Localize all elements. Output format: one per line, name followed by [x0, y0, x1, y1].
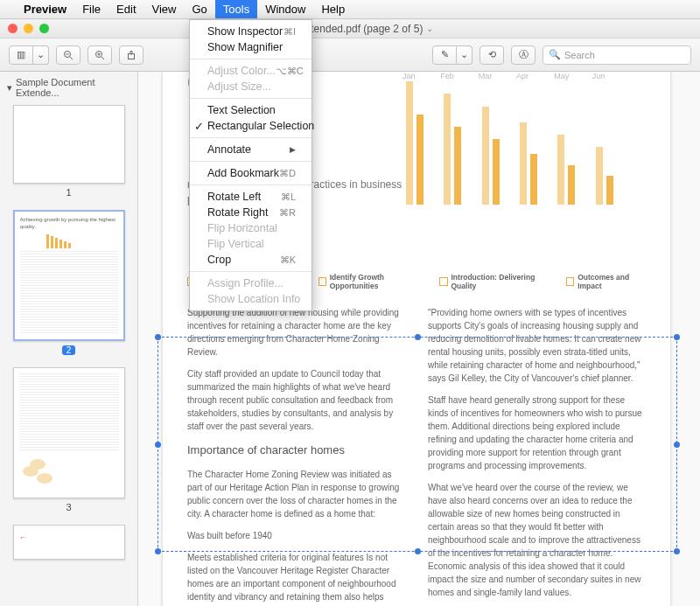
- menu-show-inspector[interactable]: Show Inspector⌘I: [190, 24, 312, 39]
- view-mode-button[interactable]: ▥: [9, 45, 33, 65]
- search-field[interactable]: 🔍 Search: [542, 45, 691, 65]
- app-menu[interactable]: Preview: [16, 0, 74, 18]
- menu-edit[interactable]: Edit: [108, 0, 144, 18]
- close-window-button[interactable]: [8, 24, 18, 33]
- menu-add-bookmark[interactable]: Add Bookmark⌘D: [190, 165, 312, 181]
- highlight-button[interactable]: ✎: [432, 45, 457, 65]
- menu-adjust-color: Adjust Color...⌥⌘C: [190, 63, 312, 79]
- zoom-out-button[interactable]: [56, 45, 80, 65]
- tag-item: Outcomes and Impact: [566, 273, 646, 290]
- sidebar-doc-title[interactable]: ▾ Sample Document Extende...: [7, 77, 130, 98]
- highlight-dropdown[interactable]: ⌄: [457, 45, 472, 65]
- page-thumbnail-1[interactable]: [13, 105, 125, 184]
- svg-line-4: [102, 57, 104, 59]
- svg-line-1: [70, 57, 73, 59]
- menu-view[interactable]: View: [144, 0, 185, 18]
- menu-rotate-right[interactable]: Rotate Right⌘R: [190, 205, 312, 220]
- markup-button[interactable]: Ⓐ: [511, 45, 536, 65]
- menu-tools[interactable]: Tools: [215, 0, 257, 18]
- toolbar: ▥ ⌄ ✎ ⌄ ⟲ Ⓐ 🔍 Search: [0, 38, 700, 72]
- menu-go[interactable]: Go: [184, 0, 214, 18]
- page-thumbnail-3[interactable]: [13, 367, 125, 498]
- selection-handle[interactable]: [674, 442, 680, 448]
- menu-flip-vertical: Flip Vertical: [190, 236, 312, 252]
- selection-handle[interactable]: [674, 334, 680, 340]
- title-dropdown-icon[interactable]: ⌄: [426, 24, 433, 33]
- menu-bar: Preview File Edit View Go Tools Window H…: [0, 0, 700, 19]
- rotate-button[interactable]: ⟲: [480, 45, 504, 65]
- page-number-3: 3: [7, 502, 130, 512]
- menu-show-magnifier[interactable]: Show Magnifier: [190, 39, 312, 55]
- search-placeholder: Search: [564, 50, 595, 60]
- menu-crop[interactable]: Crop⌘K: [190, 252, 312, 268]
- view-mode-dropdown[interactable]: ⌄: [33, 45, 49, 65]
- menu-assign-profile: Assign Profile...: [190, 275, 312, 291]
- menu-show-location: Show Location Info: [190, 291, 312, 307]
- title-bar: ument Extended.pdf (page 2 of 5) ⌄: [0, 19, 700, 38]
- tag-item: Introduction: Delivering Quality: [439, 273, 549, 290]
- thumbnail-sidebar: ▾ Sample Document Extende... 1 Achieving…: [0, 72, 138, 606]
- page-number-2: 2: [62, 345, 76, 355]
- menu-flip-horizontal: Flip Horizontal: [190, 220, 312, 236]
- selection-handle[interactable]: [674, 548, 680, 554]
- menu-annotate[interactable]: Annotate▶: [190, 142, 312, 157]
- tag-item: Identify Growth Opportunities: [318, 273, 423, 290]
- menu-window[interactable]: Window: [257, 0, 313, 18]
- disclosure-icon: ▾: [7, 82, 12, 94]
- page-thumbnail-4[interactable]: ⌐: [13, 525, 125, 560]
- menu-rotate-left[interactable]: Rotate Left⌘L: [190, 189, 312, 205]
- selection-handle[interactable]: [155, 334, 161, 340]
- minimize-window-button[interactable]: [24, 24, 33, 33]
- window-controls: [8, 24, 49, 33]
- menu-help[interactable]: Help: [313, 0, 353, 18]
- menu-text-selection[interactable]: Text Selection: [190, 102, 312, 118]
- selection-handle[interactable]: [155, 548, 161, 554]
- text-column-left: Supporting the addition of new housing w…: [187, 306, 405, 606]
- page-number-1: 1: [7, 187, 130, 198]
- bar-chart: JanFebMarAprMayJun: [396, 72, 623, 220]
- menu-rectangular-selection[interactable]: ✓Rectangular Selection: [190, 118, 312, 134]
- zoom-in-button[interactable]: [88, 45, 112, 65]
- tools-dropdown: Show Inspector⌘I Show Magnifier Adjust C…: [189, 19, 312, 311]
- page-thumbnail-2[interactable]: Achieving growth by pursuing the highest…: [13, 210, 125, 341]
- menu-file[interactable]: File: [74, 0, 108, 18]
- share-button[interactable]: [119, 45, 144, 65]
- text-column-right: "Providing home owners with se types of …: [428, 306, 646, 606]
- zoom-window-button[interactable]: [39, 24, 49, 33]
- menu-adjust-size: Adjust Size...: [190, 79, 312, 94]
- selection-handle[interactable]: [155, 442, 161, 448]
- search-icon: 🔍: [549, 49, 561, 60]
